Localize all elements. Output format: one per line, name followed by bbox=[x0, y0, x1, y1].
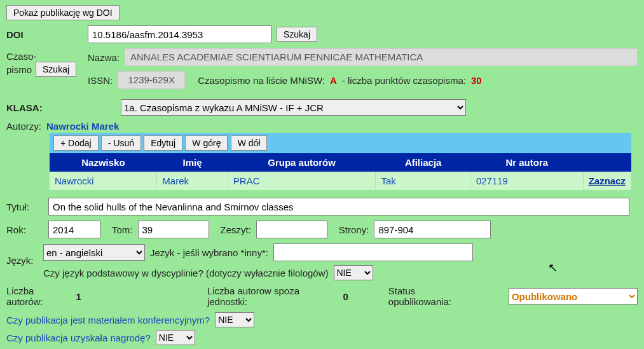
table-row[interactable]: Nawrocki Marek PRAC Tak 027119 Zaznacz bbox=[50, 172, 631, 190]
label-doi: DOI bbox=[6, 29, 83, 40]
label-mnisw: Czasopismo na liście MNiSW: bbox=[198, 75, 325, 86]
input-strony[interactable] bbox=[374, 221, 491, 238]
cell-firstname: Marek bbox=[157, 172, 228, 190]
label-issn: ISSN: bbox=[88, 75, 113, 86]
button-edit-author[interactable]: Edytuj bbox=[144, 135, 182, 151]
cell-aff: Tak bbox=[376, 172, 471, 190]
input-year[interactable] bbox=[48, 221, 100, 238]
value-count-out: 0 bbox=[343, 291, 348, 302]
label-award: Czy publikacja uzyskała nagrodę? bbox=[6, 332, 151, 343]
select-lang-primary[interactable]: NIE bbox=[334, 265, 373, 280]
value-count-total: 1 bbox=[76, 291, 81, 302]
link-mark[interactable]: Zaznacz bbox=[589, 175, 626, 186]
label-conference: Czy publikacja jest materiałem konferenc… bbox=[6, 315, 210, 325]
value-points: 30 bbox=[471, 75, 482, 86]
th-lastname: Nazwisko bbox=[50, 153, 157, 172]
button-journal-search[interactable]: Szukaj bbox=[36, 62, 76, 77]
th-group: Grupa autorów bbox=[228, 153, 376, 172]
label-lang-other: Jezyk - jeśli wybrano *inny*: bbox=[150, 247, 268, 258]
value-mnisw: A bbox=[330, 75, 337, 86]
label-zeszyt: Zeszyt: bbox=[221, 224, 251, 235]
label-authors: Autorzy: bbox=[6, 121, 41, 132]
button-up-author[interactable]: W górę bbox=[185, 135, 228, 151]
label-year: Rok: bbox=[6, 224, 43, 235]
th-num: Nr autora bbox=[470, 153, 583, 172]
label-count-out: Liczba autorow spoza jednostki: bbox=[207, 285, 338, 307]
cell-group: PRAC bbox=[228, 172, 376, 190]
select-status[interactable]: Opublikowano bbox=[509, 288, 638, 305]
label-lang: Język: bbox=[6, 255, 43, 266]
label-status: Status opublikowania: bbox=[388, 285, 478, 307]
label-journal-name: Nazwa: bbox=[88, 52, 120, 63]
button-down-author[interactable]: W dół bbox=[231, 135, 268, 151]
input-lang-other[interactable] bbox=[273, 243, 473, 261]
button-doi-search[interactable]: Szukaj bbox=[277, 27, 317, 42]
label-count-total: Liczba autorów: bbox=[6, 285, 71, 307]
select-klasa[interactable]: 1a. Czasopisma z wykazu A MNiSW - IF + J… bbox=[121, 99, 466, 116]
input-doi[interactable] bbox=[88, 25, 271, 43]
field-issn: 1239-629X bbox=[118, 71, 185, 89]
label-klasa: KLASA: bbox=[6, 102, 116, 113]
th-blank bbox=[583, 153, 631, 172]
cell-lastname: Nawrocki bbox=[50, 172, 157, 190]
button-show-by-doi[interactable]: Pokaż publikację wg DOI bbox=[6, 5, 120, 20]
input-zeszyt[interactable] bbox=[256, 221, 327, 238]
select-award[interactable]: NIE bbox=[156, 330, 195, 345]
th-firstname: Imię bbox=[157, 153, 228, 172]
label-strony: Strony: bbox=[339, 224, 369, 235]
th-aff: Afiliacja bbox=[376, 153, 471, 172]
label-journal-2: pismo bbox=[6, 64, 32, 75]
label-points: - liczba punktów czasopisma: bbox=[342, 75, 466, 86]
input-tom[interactable] bbox=[138, 221, 209, 238]
field-journal-name: ANNALES ACADEMIAE SCIENTIARUM FENNICAE M… bbox=[125, 48, 638, 66]
cell-num: 027119 bbox=[470, 172, 583, 190]
input-title[interactable] bbox=[48, 198, 629, 216]
link-author-name[interactable]: Nawrocki Marek bbox=[46, 121, 119, 132]
button-add-author[interactable]: + Dodaj bbox=[53, 135, 99, 151]
select-lang[interactable]: en - angielski bbox=[43, 244, 145, 261]
label-title: Tytuł: bbox=[6, 202, 43, 212]
button-del-author[interactable]: - Usuń bbox=[101, 135, 141, 151]
label-journal-1: Czaso- bbox=[6, 51, 76, 62]
label-lang-primary: Czy język podstawowy w dyscyplinie? (dot… bbox=[43, 268, 329, 278]
label-tom: Tom: bbox=[112, 224, 133, 235]
select-conference[interactable]: NIE bbox=[215, 312, 254, 327]
